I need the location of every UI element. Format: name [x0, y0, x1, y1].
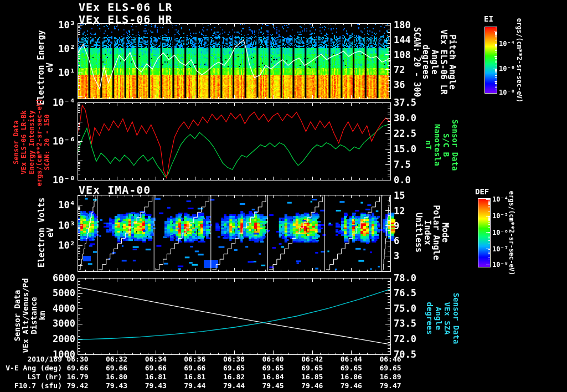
bfield-y-tick: 30.0 [394, 112, 432, 123]
table-cell: 69.66 [178, 364, 212, 372]
bfield-y-tick: 15.0 [394, 143, 432, 154]
els-pitch-tick: 36 [394, 79, 432, 90]
time-label: 06:30 [63, 355, 92, 363]
ima-title: VEx IMA-00 [79, 184, 151, 196]
sza-y-tick: 73.5 [394, 318, 432, 329]
table-cell: 69.65 [256, 364, 290, 372]
sza-y-tick: 72.0 [394, 333, 432, 344]
altitude-y-tick: 5000 [33, 287, 75, 298]
els-pitch-tick: 144 [394, 34, 432, 45]
table-cell: 16.81 [178, 373, 212, 381]
table-cell: 79.43 [100, 381, 133, 390]
intensity-y-tick: 10⁻⁶ [33, 136, 75, 147]
intensity-y-tick: 10⁻⁴ [33, 97, 75, 108]
time-label: 06:38 [219, 355, 249, 363]
time-label: 06:34 [141, 355, 171, 363]
ima-index-tick: 6 [394, 235, 432, 246]
vex-summary-plot: VEx ELS-06 LR VEx ELS-06 HR VEx IMA-00 E… [0, 0, 567, 392]
colorbar-ei-tick: 10⁻⁶ [499, 65, 515, 73]
ima-y-tick: 10³ [33, 220, 75, 231]
bfield-y-tick: 37.5 [394, 97, 432, 108]
table-cell: 16.86 [334, 373, 368, 381]
table-cell: 69.66 [61, 364, 94, 372]
els-pitch-tick: 180 [394, 19, 432, 30]
table-cell: 16.85 [296, 373, 329, 381]
ima-index-tick: 9 [394, 220, 432, 231]
table-cell: 69.65 [296, 364, 329, 372]
els-title-hr: VEx ELS-06 HR [79, 14, 173, 25]
bfield-y-tick: 7.5 [394, 159, 432, 170]
table-cell: 16.81 [139, 373, 172, 381]
row-label-lst: LST (hr) [0, 373, 62, 381]
sza-y-tick: 75.0 [394, 303, 432, 314]
bfield-y-tick: 0.0 [394, 174, 432, 185]
colorbar-ei-units-label: ergs/(cm**2-sr-sec-eV) [516, 0, 523, 132]
table-cell: 79.46 [334, 381, 368, 390]
els-y-tick: 10¹ [33, 67, 75, 78]
time-label: 06:44 [336, 355, 366, 363]
ima-index-tick: 3 [394, 250, 432, 261]
colorbar-def-tick: 10⁻⁷ [492, 245, 508, 253]
table-cell: 79.44 [178, 381, 212, 390]
colorbar-ei-tick: 10⁻⁴ [499, 40, 515, 48]
els-pitch-tick: 72 [394, 64, 432, 75]
time-label: 06:36 [180, 355, 210, 363]
ima-y-tick: 10⁴ [33, 199, 75, 210]
els-pitch-tick: 108 [394, 49, 432, 60]
altitude-y-tick: 6000 [33, 272, 75, 283]
altitude-y-tick: 2000 [33, 333, 75, 344]
time-label: 06:42 [297, 355, 327, 363]
table-cell: 16.79 [61, 373, 94, 381]
table-cell: 16.82 [218, 373, 251, 381]
time-label: 06:32 [102, 355, 132, 363]
els-y-tick: 10³ [33, 19, 75, 30]
ima-y-tick: 10² [33, 240, 75, 251]
colorbar-ei-tick: 10⁻⁸ [499, 89, 515, 96]
colorbar-def-units-label: ergs/(cm**2-sr-sec-eV) [508, 161, 516, 305]
table-cell: 16.80 [100, 373, 133, 381]
ima-index-tick: 12 [394, 205, 432, 216]
row-label-ve-ang: V-E Ang (deg) [0, 364, 62, 372]
altitude-y-tick: 3000 [33, 318, 75, 329]
ima-index-tick: 15 [394, 190, 432, 201]
table-cell: 69.65 [218, 364, 251, 372]
colorbar-def-tick: 10⁻⁶ [492, 229, 508, 236]
colorbar-def-title: DEF [475, 188, 489, 196]
table-cell: 69.65 [374, 364, 407, 372]
table-cell: 79.46 [296, 381, 329, 390]
intensity-y-tick: 10⁻⁸ [33, 174, 75, 185]
els-y-tick: 10² [33, 43, 75, 54]
sza-y-tick: 78.0 [394, 272, 432, 283]
colorbar-def-tick: 10⁻⁴ [492, 195, 508, 203]
table-cell: 79.44 [218, 381, 251, 390]
table-cell: 79.45 [256, 381, 290, 390]
time-label: 06:46 [375, 355, 405, 363]
els-title-lr: VEx ELS-06 LR [79, 2, 173, 13]
table-cell: 79.42 [61, 381, 94, 390]
table-cell: 16.84 [256, 373, 290, 381]
table-cell: 79.43 [139, 381, 172, 390]
colorbar-def-tick: 10⁻⁵ [492, 212, 508, 220]
table-cell: 69.66 [100, 364, 133, 372]
sza-y-tick: 76.5 [394, 287, 432, 298]
table-cell: 79.47 [374, 381, 407, 390]
colorbar-def-tick: 10⁻⁸ [492, 261, 508, 269]
colorbar-ei-title: EI [484, 15, 493, 23]
time-label: 06:40 [258, 355, 288, 363]
table-cell: 69.65 [334, 364, 368, 372]
table-cell: 16.89 [374, 373, 407, 381]
bfield-y-tick: 22.5 [394, 128, 432, 139]
row-label-f107: F10.7 (sfu) [0, 381, 62, 390]
altitude-y-tick: 4000 [33, 303, 75, 314]
table-cell: 69.66 [139, 364, 172, 372]
